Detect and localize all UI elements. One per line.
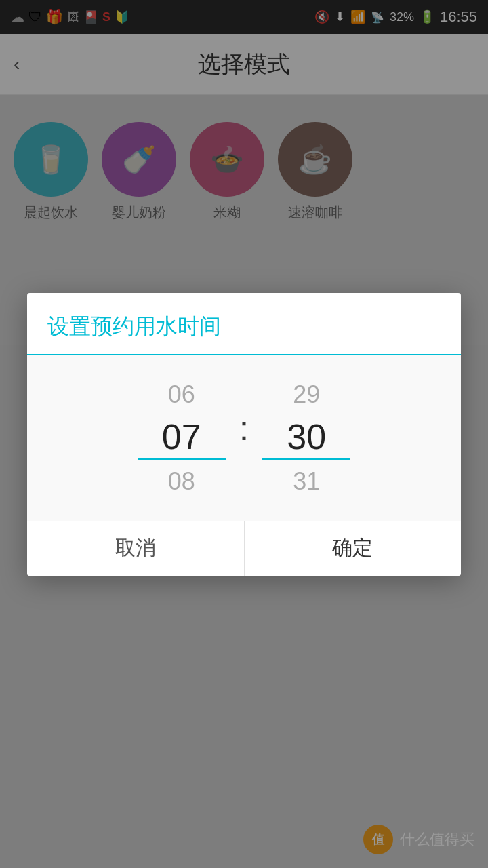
- hours-current[interactable]: 07: [138, 416, 226, 460]
- time-picker-dialog: 设置预约用水时间 06 07 08 : 29 30 31: [27, 293, 461, 576]
- confirm-button[interactable]: 确定: [245, 521, 462, 576]
- hours-below: 08: [168, 460, 195, 500]
- minutes-below: 31: [293, 460, 320, 500]
- cancel-button[interactable]: 取消: [27, 521, 245, 576]
- dialog-title: 设置预约用水时间: [47, 314, 221, 338]
- minutes-current[interactable]: 30: [262, 416, 350, 460]
- dialog-body: 06 07 08 : 29 30 31: [27, 355, 461, 521]
- time-picker: 06 07 08 : 29 30 31: [68, 376, 420, 500]
- modal-overlay: 设置预约用水时间 06 07 08 : 29 30 31: [0, 0, 488, 868]
- dialog-footer: 取消 确定: [27, 521, 461, 576]
- minutes-above: 29: [293, 376, 320, 416]
- hours-above: 06: [168, 376, 195, 416]
- time-separator: :: [239, 408, 249, 448]
- dialog-header: 设置预约用水时间: [27, 293, 461, 355]
- hours-column[interactable]: 06 07 08: [138, 376, 226, 500]
- minutes-column[interactable]: 29 30 31: [262, 376, 350, 500]
